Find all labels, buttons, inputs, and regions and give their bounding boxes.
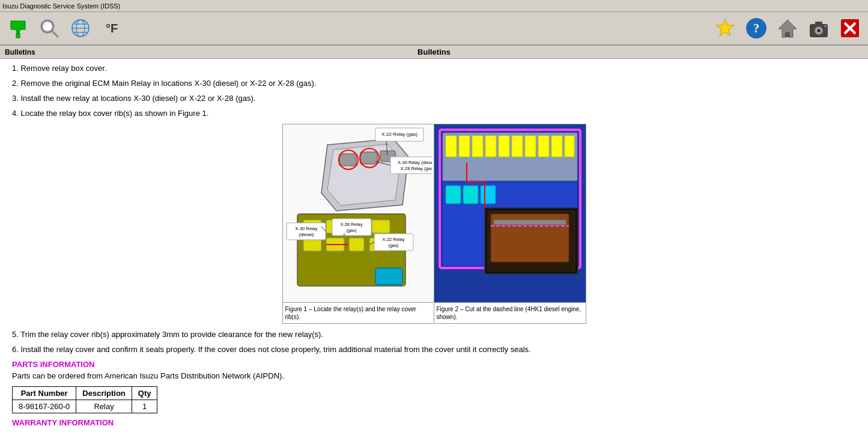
main-content: 1. Remove relay box cover. 2. Remove the…	[0, 59, 868, 446]
svg-rect-15	[785, 32, 790, 37]
step-6: 6. Install the relay cover and confirm i…	[12, 345, 856, 354]
svg-rect-21	[824, 25, 827, 27]
download-button[interactable]	[5, 15, 31, 41]
svg-rect-27	[339, 154, 356, 166]
svg-text:X-30 Relay: X-30 Relay	[295, 226, 317, 231]
svg-marker-11	[716, 19, 734, 36]
svg-text:(gas): (gas)	[388, 243, 399, 248]
step-1-text: 1. Remove relay box cover.	[12, 64, 107, 73]
col-qty: Qty	[132, 387, 157, 400]
step-4-text: 4. Locate the relay box cover rib(s) as …	[12, 109, 208, 118]
svg-rect-75	[565, 136, 574, 157]
col-description: Description	[76, 387, 132, 400]
relay-cutaway-diagram	[437, 127, 583, 298]
svg-marker-0	[11, 21, 25, 34]
app-title: Isuzu Diagnostic Service System (IDSS)	[2, 2, 120, 10]
step-6-text: 6. Install the relay cover and confirm i…	[12, 345, 531, 354]
toolbar-right: ?	[712, 15, 863, 41]
toolbar-left: °F	[5, 15, 125, 41]
figure-1-caption: Figure 1 – Locate the relay(s) and the r…	[283, 303, 434, 323]
svg-text:X-28 Relay (gas): X-28 Relay (gas)	[400, 166, 431, 171]
svg-line-3	[52, 31, 58, 37]
svg-rect-67	[459, 136, 470, 157]
step-2: 2. Remove the original ECM Main Relay in…	[12, 79, 856, 88]
figure-2-caption: Figure 2 – Cut at the dashed line (4HK1 …	[434, 303, 586, 323]
svg-point-19	[817, 29, 821, 32]
table-row: 8-98167-260-0 Relay 1	[13, 400, 157, 413]
close-button[interactable]	[837, 15, 863, 41]
svg-text:(diesel): (diesel)	[299, 232, 314, 237]
svg-rect-71	[512, 136, 523, 157]
step-5-text: 5. Trim the relay cover rib(s) approxima…	[12, 330, 323, 339]
svg-rect-28	[360, 152, 377, 164]
figure-2-image	[434, 124, 586, 302]
figure-1-container: X-22 Relay (gas) X-30 Relay (diesel); X-…	[282, 124, 586, 324]
step-1: 1. Remove relay box cover.	[12, 64, 856, 73]
figures-area: X-22 Relay (gas) X-30 Relay (diesel); X-…	[12, 124, 856, 324]
star-button[interactable]	[712, 15, 738, 41]
svg-rect-79	[481, 186, 496, 204]
step-3-text: 3. Install the new relay at locations X-…	[12, 94, 255, 103]
menu-center-label: Bulletins	[417, 47, 451, 56]
svg-rect-78	[463, 186, 478, 204]
svg-rect-20	[815, 22, 822, 25]
step-3: 3. Install the new relay at locations X-…	[12, 94, 856, 103]
svg-text:(gas): (gas)	[346, 228, 357, 233]
svg-text:X-30 Relay (diesel);: X-30 Relay (diesel);	[398, 160, 432, 165]
svg-rect-73	[538, 136, 549, 157]
temp-button[interactable]: °F	[99, 15, 125, 41]
menu-bar: Bulletins Bulletins	[0, 46, 868, 59]
figures-captions: Figure 1 – Locate the relay(s) and the r…	[283, 302, 586, 323]
parts-text: Parts can be ordered from American Isuzu…	[12, 371, 856, 380]
parts-table: Part Number Description Qty 8-98167-260-…	[12, 386, 157, 413]
step-5: 5. Trim the relay cover rib(s) approxima…	[12, 330, 856, 339]
svg-rect-50	[375, 268, 402, 285]
svg-rect-69	[485, 136, 496, 157]
network-button[interactable]	[67, 15, 94, 41]
svg-text:?: ?	[753, 22, 759, 35]
svg-rect-68	[472, 136, 483, 157]
title-bar: Isuzu Diagnostic Service System (IDSS)	[0, 0, 868, 12]
svg-text:X-22 Relay (gas): X-22 Relay (gas)	[381, 132, 417, 137]
step-2-text: 2. Remove the original ECM Main Relay in…	[12, 79, 317, 88]
svg-rect-1	[16, 33, 20, 38]
parts-heading: PARTS INFORMATION	[12, 360, 856, 369]
step-4: 4. Locate the relay box cover rib(s) as …	[12, 109, 856, 118]
cell-qty: 1	[132, 400, 157, 413]
relay-box-diagram: X-22 Relay (gas) X-30 Relay (diesel); X-…	[285, 127, 432, 298]
svg-rect-43	[372, 220, 390, 233]
svg-rect-70	[499, 136, 509, 157]
camera-button[interactable]	[806, 15, 832, 41]
svg-point-5	[43, 22, 47, 26]
col-part-number: Part Number	[13, 387, 76, 400]
cell-part-number: 8-98167-260-0	[13, 400, 76, 413]
warranty-heading: WARRANTY INFORMATION	[12, 418, 856, 427]
svg-rect-46	[349, 238, 364, 251]
search-button[interactable]	[36, 15, 62, 41]
svg-text:X-22 Relay: X-22 Relay	[382, 237, 404, 242]
svg-text:X-28 Relay: X-28 Relay	[340, 222, 362, 227]
svg-rect-77	[446, 186, 461, 204]
toolbar: °F ?	[0, 12, 868, 46]
svg-rect-84	[494, 220, 566, 225]
home-button[interactable]	[774, 15, 801, 41]
svg-rect-72	[525, 136, 536, 157]
help-button[interactable]: ?	[743, 15, 769, 41]
figure-1-image: X-22 Relay (gas) X-30 Relay (diesel); X-…	[283, 124, 434, 302]
menu-left-label: Bulletins	[5, 48, 35, 56]
cell-description: Relay	[76, 400, 132, 413]
svg-rect-74	[551, 136, 562, 157]
svg-rect-66	[446, 136, 457, 157]
